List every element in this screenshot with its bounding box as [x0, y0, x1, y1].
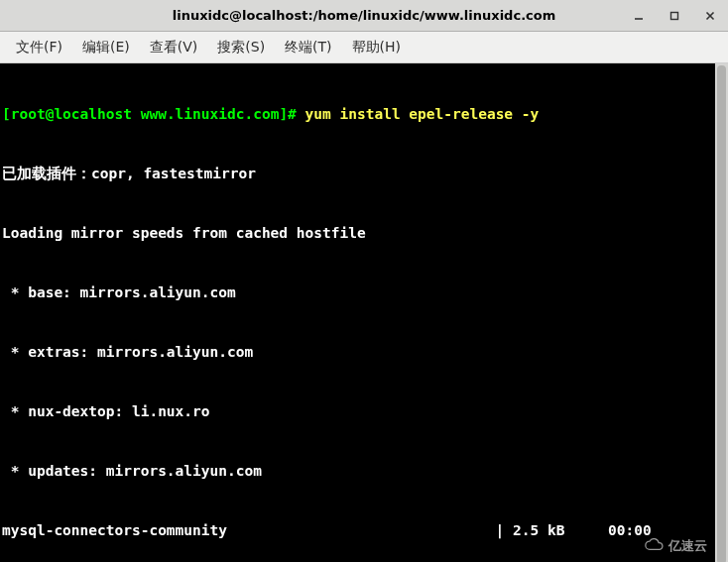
terminal-line: * updates: mirrors.aliyun.com	[2, 461, 728, 481]
menu-edit[interactable]: 编辑(E)	[72, 35, 140, 60]
command-text: yum install epel-release -y	[305, 106, 540, 122]
menu-view[interactable]: 查看(V)	[140, 35, 208, 60]
close-button[interactable]	[692, 0, 728, 32]
terminal-scrollbar[interactable]	[715, 63, 728, 562]
menu-bar: 文件(F) 编辑(E) 查看(V) 搜索(S) 终端(T) 帮助(H)	[0, 32, 728, 63]
terminal-line: [root@localhost www.linuxidc.com]# yum i…	[2, 104, 728, 124]
window-titlebar: linuxidc@localhost:/home/linuxidc/www.li…	[0, 0, 728, 32]
terminal-line: Loading mirror speeds from cached hostfi…	[2, 223, 728, 243]
scroll-thumb[interactable]	[717, 65, 726, 562]
menu-search[interactable]: 搜索(S)	[207, 35, 275, 60]
terminal-line: mysql-connectors-community | 2.5 kB 00:0…	[2, 520, 728, 540]
terminal-viewport[interactable]: [root@localhost www.linuxidc.com]# yum i…	[0, 63, 728, 562]
svg-rect-1	[671, 12, 678, 19]
terminal-line: * nux-dextop: li.nux.ro	[2, 401, 728, 421]
prompt-dir: www.linuxidc.com	[141, 106, 280, 122]
menu-terminal[interactable]: 终端(T)	[275, 35, 341, 60]
prompt-space	[132, 106, 141, 122]
window-controls	[621, 0, 728, 31]
prompt-user: root@localhost	[11, 106, 132, 122]
terminal-line: * base: mirrors.aliyun.com	[2, 282, 728, 302]
menu-file[interactable]: 文件(F)	[6, 35, 72, 60]
terminal-line: 已加载插件：copr, fastestmirror	[2, 164, 728, 183]
minimize-button[interactable]	[621, 0, 657, 32]
menu-help[interactable]: 帮助(H)	[342, 35, 411, 60]
terminal-line: * extras: mirrors.aliyun.com	[2, 342, 728, 362]
window-title: linuxidc@localhost:/home/linuxidc/www.li…	[173, 8, 556, 23]
maximize-button[interactable]	[657, 0, 692, 32]
prompt-bracket-open: [	[2, 106, 11, 122]
prompt-bracket-close: ]#	[279, 106, 304, 122]
